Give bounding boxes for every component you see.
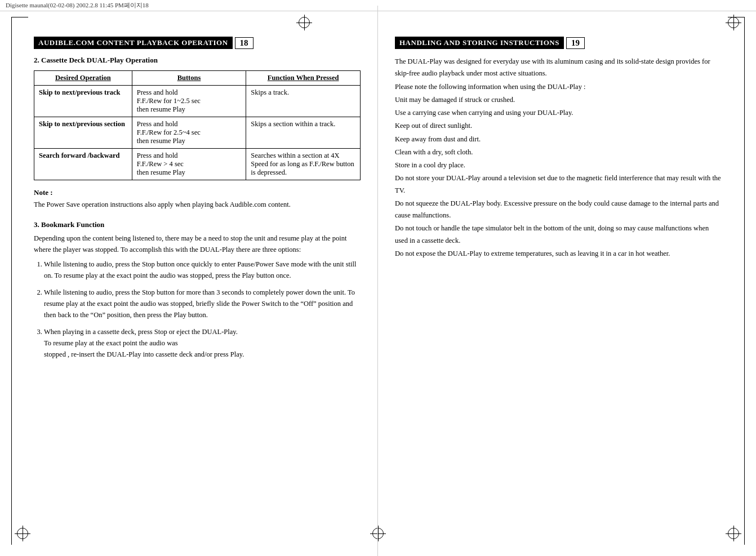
note-text: The Power Save operation instructions al… xyxy=(34,199,361,210)
border-top-right xyxy=(728,17,745,17)
bookmark-item: While listening to audio, press the Stop… xyxy=(44,287,361,321)
handling-text: The DUAL-Play was designed for everyday … xyxy=(395,56,722,260)
border-right xyxy=(744,17,745,545)
border-top-left xyxy=(11,17,28,17)
left-page-number: 18 xyxy=(235,37,254,49)
right-section-title: HANDLING AND STORING INSTRUCTIONS xyxy=(395,37,564,49)
table-cell-function: Skips a track. xyxy=(246,86,361,117)
table-cell-buttons: Press and hold F.F./Rew for 1~2.5 sec th… xyxy=(132,86,246,117)
handling-paragraph: Store in a cool dry place. xyxy=(395,159,722,171)
bookmark-title: 3. Bookmark Function xyxy=(34,220,361,229)
table-cell-function: Searches within a section at 4X Speed fo… xyxy=(246,149,361,180)
handling-paragraph: Do not squeeze the DUAL-Play body. Exces… xyxy=(395,198,722,222)
table-row: Skip to next/previous trackPress and hol… xyxy=(34,86,361,117)
table-cell-desired: Skip to next/previous track xyxy=(34,86,132,117)
table-cell-desired: Skip to next/previous section xyxy=(34,117,132,149)
handling-paragraph: Use a carrying case when carrying and us… xyxy=(395,107,722,119)
operation-table: Desired Operation Buttons Function When … xyxy=(34,70,361,180)
table-row: Search forward /backwardPress and hold F… xyxy=(34,149,361,180)
border-left xyxy=(11,17,12,545)
table-header-desired: Desired Operation xyxy=(34,71,132,86)
bookmark-item: While listening to audio, press the Stop… xyxy=(44,259,361,281)
right-section-header: HANDLING AND STORING INSTRUCTIONS 19 xyxy=(395,37,722,49)
handling-paragraph: Do not store your DUAL-Play around a tel… xyxy=(395,172,722,197)
table-row: Skip to next/previous sectionPress and h… xyxy=(34,117,361,149)
left-section-header: AUDIBLE.COM CONTENT PLAYBACK OPERATION 1… xyxy=(34,37,361,49)
handling-paragraph: Do not touch or handle the tape simulato… xyxy=(395,223,722,247)
bookmark-section: 3. Bookmark Function Depending upon the … xyxy=(34,220,361,360)
right-page: HANDLING AND STORING INSTRUCTIONS 19 The… xyxy=(378,6,756,556)
handling-paragraph: Clean with a dry, soft cloth. xyxy=(395,146,722,158)
table-header-function: Function When Pressed xyxy=(246,71,361,86)
handling-paragraph: Unit may be damaged if struck or crushed… xyxy=(395,94,722,106)
right-page-number: 19 xyxy=(566,37,585,49)
handling-paragraph: Do not expose the DUAL-Play to extreme t… xyxy=(395,248,722,260)
bookmark-intro: Depending upon the content being listene… xyxy=(34,233,361,255)
bookmark-list: While listening to audio, press the Stop… xyxy=(34,259,361,360)
handling-paragraph: The DUAL-Play was designed for everyday … xyxy=(395,56,722,80)
table-header-buttons: Buttons xyxy=(132,71,246,86)
table-cell-function: Skips a section within a track. xyxy=(246,117,361,149)
handling-paragraph: Please note the following information wh… xyxy=(395,81,722,93)
table-cell-buttons: Press and hold F.F./Rew > 4 sec then res… xyxy=(132,149,246,180)
bookmark-item: When playing in a cassette deck, press S… xyxy=(44,326,361,360)
handling-paragraph: Keep away from dust and dirt. xyxy=(395,134,722,145)
table-cell-buttons: Press and hold F.F./Rew for 2.5~4 sec th… xyxy=(132,117,246,149)
table-cell-desired: Search forward /backward xyxy=(34,149,132,180)
handling-paragraph: Keep out of direct sunlight. xyxy=(395,120,722,132)
subsection-title: 2. Cassette Deck DUAL-Play Operation xyxy=(34,56,361,65)
left-section-title: AUDIBLE.COM CONTENT PLAYBACK OPERATION xyxy=(34,37,233,49)
left-page: AUDIBLE.COM CONTENT PLAYBACK OPERATION 1… xyxy=(0,6,378,556)
note-title: Note : xyxy=(34,188,361,197)
note-section: Note : The Power Save operation instruct… xyxy=(34,188,361,210)
